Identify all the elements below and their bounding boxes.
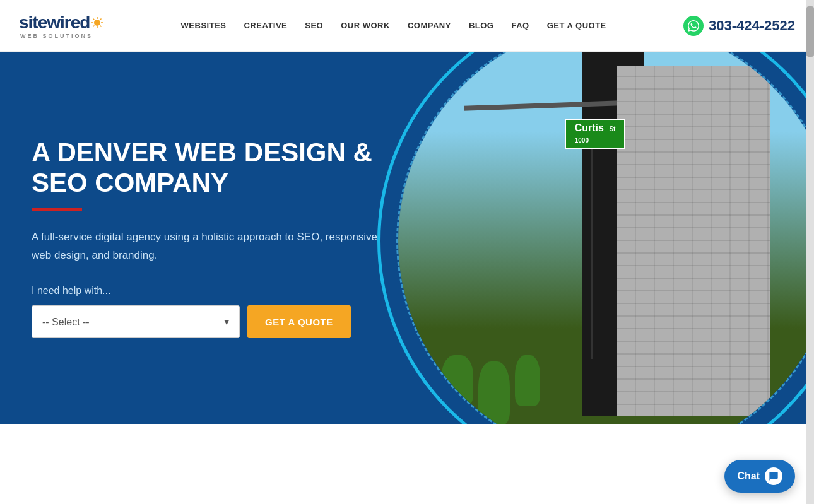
nav-company[interactable]: COMPANY <box>408 21 451 30</box>
hero-circle: Curtis St1000 199 <box>396 52 806 424</box>
trees <box>442 355 540 424</box>
scrollbar[interactable] <box>806 0 814 504</box>
below-hero <box>0 424 806 504</box>
building-number: 199 <box>773 403 806 424</box>
main-nav: WEBSITES CREATIVE SEO OUR WORK COMPANY B… <box>181 21 606 30</box>
svg-line-5 <box>93 18 95 20</box>
logo[interactable]: sitewired WEB SOLUTIONS <box>19 13 103 39</box>
nav-seo[interactable]: SEO <box>305 21 323 30</box>
phone-number[interactable]: 303-424-2522 <box>709 18 795 34</box>
nav-get-a-quote[interactable]: GET A QUOTE <box>547 21 606 30</box>
hero-section: Curtis St1000 199 A DENVER WEB DESIGN & … <box>0 52 806 424</box>
hero-photo: Curtis St1000 199 <box>377 52 806 424</box>
gray-building <box>617 66 770 416</box>
chat-button[interactable]: Chat <box>724 460 795 493</box>
nav-our-work[interactable]: OUR WORK <box>341 21 390 30</box>
svg-line-8 <box>93 25 95 26</box>
hero-divider <box>32 208 82 211</box>
nav-faq[interactable]: FAQ <box>511 21 529 30</box>
logo-sub: WEB SOLUTIONS <box>19 33 93 39</box>
svg-point-0 <box>94 20 100 26</box>
chat-label: Chat <box>737 471 760 482</box>
service-select[interactable]: -- Select -- Web Design SEO Branding Oth… <box>32 305 240 338</box>
building-windows <box>617 66 770 416</box>
select-wrapper: -- Select -- Web Design SEO Branding Oth… <box>32 305 240 338</box>
sun-icon <box>91 16 103 29</box>
hero-content: A DENVER WEB DESIGN & SEO COMPANY A full… <box>0 100 410 376</box>
tree-3 <box>515 355 540 406</box>
hero-form: -- Select -- Web Design SEO Branding Oth… <box>32 305 379 338</box>
nav-blog[interactable]: BLOG <box>469 21 494 30</box>
hero-help-label: I need help with... <box>32 285 379 296</box>
chat-bubble-icon <box>765 467 782 485</box>
sign-pole <box>591 119 593 360</box>
hero-subtitle: A full-service digital agency using a ho… <box>32 228 379 265</box>
nav-websites[interactable]: WEBSITES <box>181 21 227 30</box>
hero-title: A DENVER WEB DESIGN & SEO COMPANY <box>32 138 379 199</box>
street-sign: Curtis St1000 <box>565 119 626 149</box>
whatsapp-icon <box>683 16 704 36</box>
tree-1 <box>442 355 473 406</box>
phone-area[interactable]: 303-424-2522 <box>683 16 795 36</box>
svg-line-7 <box>100 18 102 20</box>
logo-brand: sitewired <box>19 13 90 33</box>
nav-creative[interactable]: CREATIVE <box>244 21 287 30</box>
tree-2 <box>478 361 510 424</box>
get-quote-button[interactable]: GET A QUOTE <box>247 305 351 338</box>
svg-line-6 <box>100 25 102 26</box>
photo-bg: Curtis St1000 199 <box>398 52 806 424</box>
header: sitewired WEB SOLUTIONS WEBSITES CREATIV <box>0 0 814 52</box>
scrollbar-thumb[interactable] <box>806 6 814 57</box>
